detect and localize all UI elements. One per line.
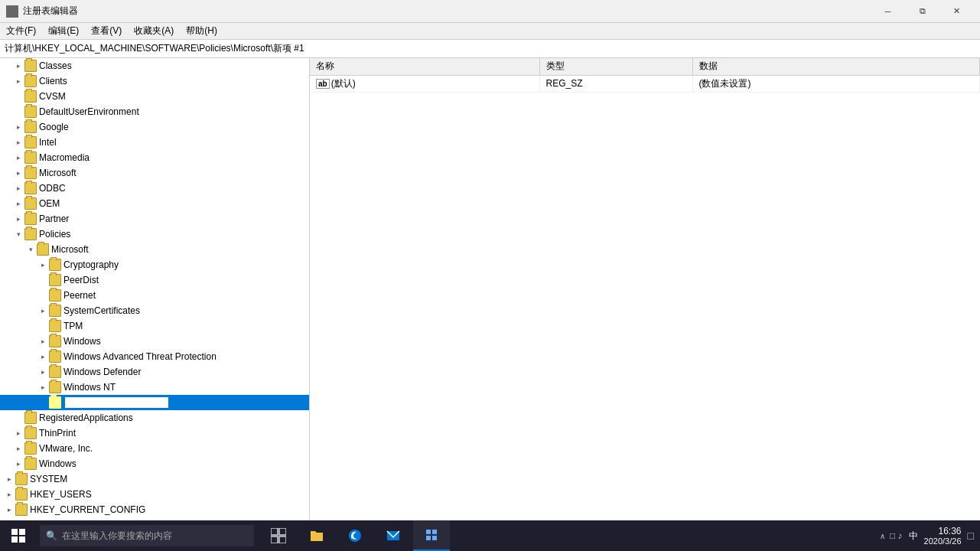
tree-item-windows-nt[interactable]: Windows NT: [0, 380, 309, 395]
tree-item-odbc[interactable]: ODBC: [0, 181, 309, 196]
label-intel: Intel: [39, 137, 57, 148]
default-label: (默认): [331, 77, 356, 90]
mail-icon[interactable]: [375, 520, 412, 551]
label-partner: Partner: [39, 214, 69, 224]
tree-item-windows-ink[interactable]: WindowsINKWorkSpace: [0, 395, 309, 410]
file-explorer-icon[interactable]: [298, 520, 335, 551]
windows-ink-edit-box[interactable]: WindowsINKWorkSpace: [63, 396, 170, 409]
taskbar-search[interactable]: 🔍 在这里输入你要搜索的内容: [40, 525, 254, 546]
menu-file[interactable]: 文件(F): [0, 23, 42, 39]
tree-item-vmware[interactable]: VMware, Inc.: [0, 441, 309, 456]
cell-data: (数值未设置): [692, 75, 980, 92]
right-panel: 名称 类型 数据 ab (默认) REG_SZ (数值未设置): [310, 58, 980, 528]
tree-item-registeredapps[interactable]: RegisteredApplications: [0, 410, 309, 425]
tree-item-policies-microsoft[interactable]: Microsoft: [0, 242, 309, 257]
expander-windows-defender[interactable]: [37, 366, 49, 378]
start-button[interactable]: [0, 520, 37, 551]
tree-item-cryptography[interactable]: Cryptography: [0, 257, 309, 272]
expander-clients[interactable]: [12, 75, 24, 87]
expander-cryptography[interactable]: [37, 259, 49, 271]
tree-item-system[interactable]: SYSTEM: [0, 471, 309, 487]
expander-windows-nt[interactable]: [37, 381, 49, 393]
notification-icon[interactable]: □: [968, 530, 974, 542]
expander-oem[interactable]: [12, 197, 24, 210]
expander-partner[interactable]: [12, 213, 24, 225]
title-controls: ─ ⧉ ✕: [871, 0, 974, 23]
close-button[interactable]: ✕: [939, 0, 974, 23]
expander-google[interactable]: [12, 121, 24, 133]
folder-icon-partner: [24, 213, 37, 225]
title-bar-left: 注册表编辑器: [6, 5, 78, 18]
expander-odbc[interactable]: [12, 182, 24, 194]
tree-item-windows-defender[interactable]: Windows Defender: [0, 364, 309, 380]
tree-item-thinprint[interactable]: ThinPrint: [0, 425, 309, 441]
tree-item-windows-top[interactable]: Windows: [0, 456, 309, 471]
folder-icon-google: [24, 121, 37, 133]
minimize-button[interactable]: ─: [871, 0, 905, 23]
tree-item-microsoft-top[interactable]: Microsoft: [0, 165, 309, 181]
tree-item-partner[interactable]: Partner: [0, 211, 309, 227]
menu-view[interactable]: 查看(V): [85, 23, 128, 39]
tree-item-peerdist[interactable]: PeerDist: [0, 272, 309, 288]
taskbar: 🔍 在这里输入你要搜索的内容: [0, 520, 980, 551]
expander-vmware[interactable]: [12, 442, 24, 455]
tree-item-hkey-current-config[interactable]: HKEY_CURRENT_CONFIG: [0, 502, 309, 517]
tree-item-windows-atp[interactable]: Windows Advanced Threat Protection: [0, 349, 309, 364]
input-method[interactable]: 中: [909, 530, 918, 543]
label-microsoft-top: Microsoft: [39, 168, 77, 178]
expander-microsoft-top[interactable]: [12, 167, 24, 179]
label-systemcerts: SystemCertificates: [63, 305, 140, 316]
table-row[interactable]: ab (默认) REG_SZ (数值未设置): [310, 75, 980, 92]
taskbar-right: ∧ □ ♪ 中 16:36 2020/3/26 □: [880, 526, 980, 546]
expander-policies[interactable]: [12, 228, 24, 240]
tree-panel[interactable]: Classes Clients CVSM DefaultUserEnvironm…: [0, 58, 310, 528]
regedit-taskbar-icon[interactable]: [413, 520, 450, 551]
expander-classes[interactable]: [12, 60, 24, 72]
menu-edit[interactable]: 编辑(E): [42, 23, 85, 39]
sys-tray-expand[interactable]: ∧: [880, 532, 885, 540]
tree-item-oem[interactable]: OEM: [0, 196, 309, 211]
expander-peerdist: [37, 274, 49, 286]
expander-windows-sub[interactable]: [37, 335, 49, 347]
label-odbc: ODBC: [39, 183, 66, 194]
expander-windows-top[interactable]: [12, 458, 24, 470]
menu-favorites[interactable]: 收藏夹(A): [128, 23, 180, 39]
tree-item-intel[interactable]: Intel: [0, 135, 309, 150]
expander-windows-atp[interactable]: [37, 350, 49, 363]
expander-hkey-current-config[interactable]: [3, 504, 15, 516]
tree-item-defaultuserenvironment[interactable]: DefaultUserEnvironment: [0, 104, 309, 119]
edge-icon[interactable]: [337, 520, 373, 551]
folder-icon-classes: [24, 60, 37, 72]
task-view-icon[interactable]: [260, 520, 297, 551]
tree-item-systemcerts[interactable]: SystemCertificates: [0, 303, 309, 318]
tree-item-tpm[interactable]: TPM: [0, 318, 309, 334]
tree-item-macromedia[interactable]: Macromedia: [0, 150, 309, 165]
search-placeholder: 在这里输入你要搜索的内容: [62, 530, 172, 543]
folder-icon-windows-atp: [49, 350, 61, 363]
expander-intel[interactable]: [12, 136, 24, 148]
label-oem: OEM: [39, 198, 60, 209]
expander-thinprint[interactable]: [12, 427, 24, 439]
folder-icon-hkey-current-config: [15, 504, 28, 516]
expander-windows-ink: [37, 396, 49, 409]
tree-item-peernet[interactable]: Peernet: [0, 288, 309, 303]
expander-policies-microsoft[interactable]: [24, 243, 37, 256]
tree-item-hkey-users[interactable]: HKEY_USERS: [0, 487, 309, 502]
tree-item-clients[interactable]: Clients: [0, 73, 309, 89]
tree-item-windows-sub[interactable]: Windows: [0, 334, 309, 349]
tree-item-cvsm[interactable]: CVSM: [0, 89, 309, 104]
tree-item-policies[interactable]: Policies: [0, 227, 309, 242]
expander-macromedia[interactable]: [12, 152, 24, 164]
folder-icon-macromedia: [24, 152, 37, 164]
label-macromedia: Macromedia: [39, 152, 90, 163]
clock[interactable]: 16:36 2020/3/26: [924, 526, 962, 546]
menu-help[interactable]: 帮助(H): [180, 23, 223, 39]
restore-button[interactable]: ⧉: [905, 0, 939, 23]
expander-hkey-users[interactable]: [3, 488, 15, 500]
tree-item-google[interactable]: Google: [0, 119, 309, 135]
label-cryptography: Cryptography: [63, 259, 119, 270]
expander-systemcerts[interactable]: [37, 305, 49, 317]
tree-item-classes[interactable]: Classes: [0, 58, 309, 73]
expander-system[interactable]: [3, 473, 15, 485]
folder-icon-policies: [24, 228, 37, 240]
